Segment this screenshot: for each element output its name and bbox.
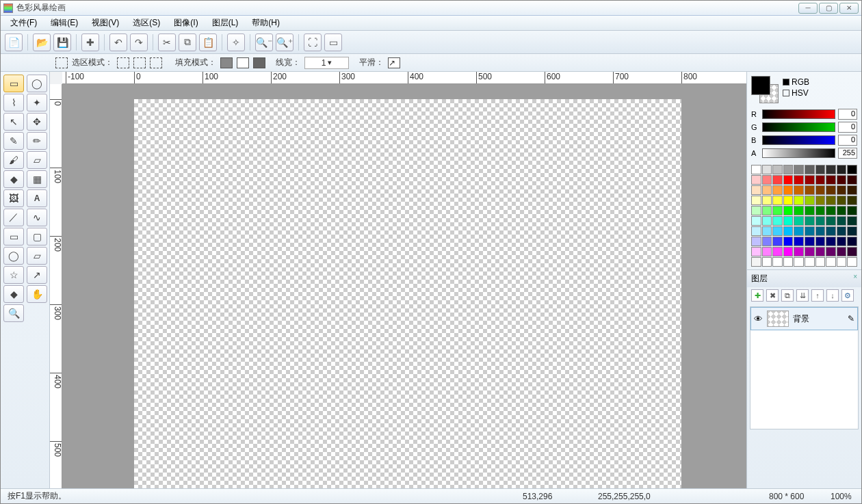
tool-text[interactable]: A xyxy=(27,189,47,207)
palette-swatch[interactable] xyxy=(751,165,761,174)
palette-swatch[interactable] xyxy=(837,226,847,236)
foreground-color[interactable] xyxy=(751,76,770,95)
canvas[interactable] xyxy=(134,99,681,488)
palette-swatch[interactable] xyxy=(794,165,804,174)
palette-swatch[interactable] xyxy=(847,165,857,174)
palette-swatch[interactable] xyxy=(815,247,826,256)
tool-line[interactable]: ／ xyxy=(3,209,24,226)
menu-file[interactable]: 文件(F) xyxy=(3,16,44,30)
paste-button[interactable]: 📋 xyxy=(199,34,217,51)
palette-swatch[interactable] xyxy=(762,185,772,195)
fill-outline[interactable] xyxy=(237,57,249,68)
palette-swatch[interactable] xyxy=(772,237,783,246)
palette-swatch[interactable] xyxy=(805,175,815,185)
palette-swatch[interactable] xyxy=(751,206,761,215)
crop-button[interactable]: ✧ xyxy=(227,34,245,51)
tool-eraser[interactable]: ▱ xyxy=(27,151,47,169)
palette-swatch[interactable] xyxy=(837,206,847,215)
menu-view[interactable]: 视图(V) xyxy=(85,16,126,30)
palette-swatch[interactable] xyxy=(783,247,794,256)
palette-swatch[interactable] xyxy=(847,175,857,185)
palette-swatch[interactable] xyxy=(783,257,794,267)
palette-swatch[interactable] xyxy=(783,237,794,246)
menu-selection[interactable]: 选区(S) xyxy=(126,16,167,30)
palette-swatch[interactable] xyxy=(794,226,804,236)
tool-gradient[interactable]: ▦ xyxy=(27,170,47,188)
mode-rgb[interactable]: RGB xyxy=(783,77,809,87)
palette-swatch[interactable] xyxy=(815,216,826,226)
tool-arrow[interactable]: ↗ xyxy=(27,266,47,284)
selection-shape-icon[interactable] xyxy=(55,57,68,68)
tool-curve[interactable]: ∿ xyxy=(27,209,47,226)
fill-both[interactable] xyxy=(253,57,265,68)
palette-swatch[interactable] xyxy=(751,216,761,226)
palette-swatch[interactable] xyxy=(815,175,826,185)
layer-merge[interactable]: ⇊ xyxy=(796,289,809,302)
palette-swatch[interactable] xyxy=(772,226,783,236)
layer-up[interactable]: ↑ xyxy=(811,289,824,302)
palette-swatch[interactable] xyxy=(837,165,847,174)
zoom-in-button[interactable]: 🔍⁺ xyxy=(276,34,293,51)
palette-swatch[interactable] xyxy=(794,185,804,195)
palette-swatch[interactable] xyxy=(783,196,794,205)
palette-swatch[interactable] xyxy=(762,216,772,226)
value-b[interactable]: 0 xyxy=(838,135,857,146)
palette-swatch[interactable] xyxy=(805,216,815,226)
value-g[interactable]: 0 xyxy=(838,122,857,133)
tool-lasso[interactable]: ⌇ xyxy=(3,94,24,111)
palette-swatch[interactable] xyxy=(826,185,836,195)
menu-edit[interactable]: 编辑(E) xyxy=(44,16,85,30)
palette-swatch[interactable] xyxy=(762,196,772,205)
save-button[interactable]: 💾 xyxy=(53,34,71,51)
layer-item[interactable]: 👁 背景 ✎ xyxy=(750,307,858,330)
palette-swatch[interactable] xyxy=(772,216,783,226)
palette-swatch[interactable] xyxy=(826,257,836,267)
tool-bucket[interactable]: ◆ xyxy=(3,170,24,188)
palette-swatch[interactable] xyxy=(794,206,804,215)
menu-layer[interactable]: 图层(L) xyxy=(205,16,246,30)
palette-swatch[interactable] xyxy=(794,175,804,185)
layers-close-icon[interactable]: × xyxy=(853,273,857,284)
palette-swatch[interactable] xyxy=(794,237,804,246)
palette-swatch[interactable] xyxy=(847,185,857,195)
viewport[interactable] xyxy=(62,84,746,488)
close-button[interactable]: ✕ xyxy=(839,3,859,14)
palette-swatch[interactable] xyxy=(772,206,783,215)
palette-swatch[interactable] xyxy=(847,257,857,267)
palette-swatch[interactable] xyxy=(815,185,826,195)
undo-button[interactable]: ↶ xyxy=(109,34,127,51)
palette-swatch[interactable] xyxy=(762,226,772,236)
palette-swatch[interactable] xyxy=(772,196,783,205)
fill-solid[interactable] xyxy=(220,57,233,68)
palette-swatch[interactable] xyxy=(772,165,783,174)
tool-brush[interactable]: 🖌 xyxy=(3,151,24,169)
palette-swatch[interactable] xyxy=(826,247,836,256)
palette-swatch[interactable] xyxy=(826,216,836,226)
palette-swatch[interactable] xyxy=(826,237,836,246)
palette-swatch[interactable] xyxy=(794,247,804,256)
palette-swatch[interactable] xyxy=(847,206,857,215)
tool-image[interactable]: 🖼 xyxy=(3,189,24,207)
palette-swatch[interactable] xyxy=(762,247,772,256)
palette-swatch[interactable] xyxy=(837,175,847,185)
palette-swatch[interactable] xyxy=(794,216,804,226)
add-button[interactable]: ✚ xyxy=(81,34,99,51)
palette-swatch[interactable] xyxy=(762,257,772,267)
palette-swatch[interactable] xyxy=(762,206,772,215)
palette-swatch[interactable] xyxy=(805,247,815,256)
palette-swatch[interactable] xyxy=(826,226,836,236)
tool-ellipse[interactable]: ◯ xyxy=(3,247,24,265)
palette-swatch[interactable] xyxy=(815,206,826,215)
tool-zoom[interactable]: 🔍 xyxy=(3,304,24,322)
palette-swatch[interactable] xyxy=(837,196,847,205)
sel-mode-sub[interactable] xyxy=(150,57,162,68)
layer-delete[interactable]: ✖ xyxy=(766,289,779,302)
palette-swatch[interactable] xyxy=(815,237,826,246)
palette-swatch[interactable] xyxy=(805,165,815,174)
palette-swatch[interactable] xyxy=(815,257,826,267)
palette-swatch[interactable] xyxy=(794,196,804,205)
palette-swatch[interactable] xyxy=(783,226,794,236)
linewidth-select[interactable]: 1 ▾ xyxy=(304,57,349,69)
tool-polygon[interactable]: ▱ xyxy=(27,247,47,265)
sel-mode-new[interactable] xyxy=(117,57,129,68)
